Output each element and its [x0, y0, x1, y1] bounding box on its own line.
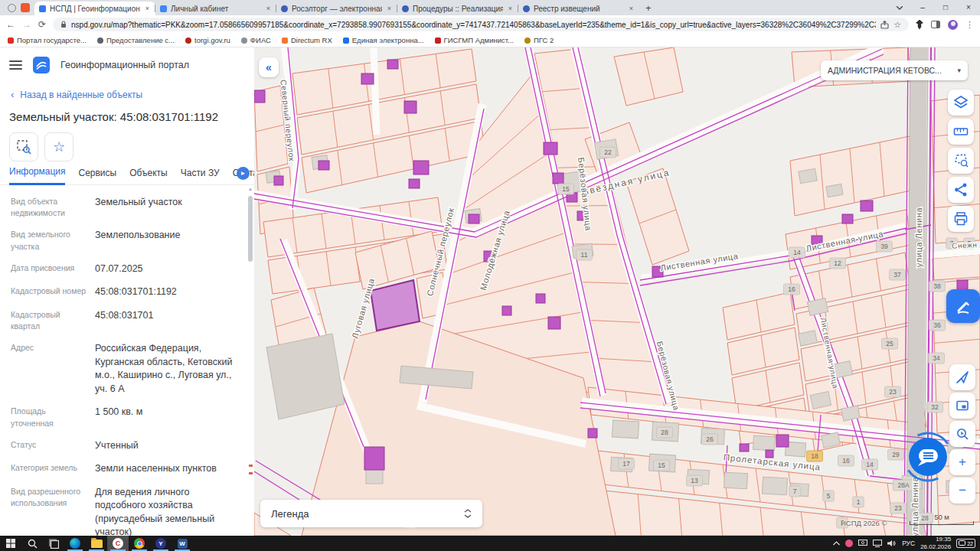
notification-center-icon[interactable]: 22	[956, 539, 975, 548]
sidebar-collapse-button[interactable]: «	[259, 57, 279, 77]
taskbar-yandex[interactable]: Y	[150, 536, 172, 551]
menu-icon[interactable]: ⋮	[965, 20, 974, 30]
sidebar-scrollbar[interactable]: ▲	[248, 190, 253, 534]
lot-number: 14	[866, 461, 874, 468]
scale-label: 50 м	[910, 513, 974, 521]
browser-profile-icon[interactable]	[8, 4, 16, 12]
bookmark-item[interactable]: Портал государсте...	[8, 36, 87, 44]
display-icon[interactable]	[858, 540, 867, 547]
forward-icon[interactable]: →	[22, 19, 31, 30]
geoportal-app: Геоинформационный портал ‹ Назад в найде…	[0, 47, 980, 536]
back-to-results-link[interactable]: ‹ Назад в найденные объекты	[0, 78, 254, 100]
taskbar-edge[interactable]	[64, 536, 86, 551]
feedback-draw-button[interactable]	[946, 289, 980, 323]
more-tabs-button[interactable]: ►	[237, 167, 250, 180]
tab-close-icon[interactable]: ×	[507, 5, 514, 12]
profile-avatar[interactable]	[948, 20, 958, 30]
share-map-button[interactable]	[948, 177, 974, 203]
map-canvas[interactable]: 2215111412393716252329161412328328261715…	[254, 47, 980, 536]
geolocation-button[interactable]	[949, 364, 975, 390]
maximize-button[interactable]: □	[934, 0, 957, 15]
tab-Части ЗУ[interactable]: Части ЗУ	[181, 168, 220, 184]
lot-number: 29	[892, 451, 900, 458]
bookmark-star-icon[interactable]: ☆	[893, 20, 901, 30]
tray-expand-icon[interactable]	[833, 541, 840, 546]
extension-pin-icon[interactable]	[916, 20, 923, 30]
taskbar-search-button[interactable]	[21, 536, 43, 551]
nspd-logo	[33, 57, 50, 73]
area-select-button[interactable]	[948, 148, 974, 174]
share-icon[interactable]	[880, 21, 889, 29]
browser-tab[interactable]: Реестр извещений ×	[518, 2, 639, 15]
layers-button[interactable]	[948, 90, 974, 116]
bookmark-item[interactable]: ПГС 2	[524, 36, 554, 44]
cadastral-map[interactable]: 2215111412393716252329161412328328261715…	[254, 47, 980, 536]
print-button[interactable]	[948, 206, 974, 232]
new-tab-button[interactable]: +	[639, 2, 658, 15]
url-field[interactable]: nspd.gov.ru/map?thematic=PKK&zoom=17.058…	[53, 18, 909, 31]
favorite-button[interactable]: ☆	[44, 132, 74, 161]
language-indicator[interactable]: РУС	[902, 540, 915, 547]
bookmark-item[interactable]: ФИАС	[241, 36, 271, 44]
field-value: 45:08:031701:1192	[95, 285, 237, 299]
reload-icon[interactable]: ⟳	[38, 19, 46, 30]
pinned-tab-icon[interactable]	[21, 3, 30, 12]
volume-icon[interactable]	[887, 540, 897, 547]
bookmark-item[interactable]: ГИСГМП Админист...	[435, 36, 514, 44]
start-button[interactable]	[0, 536, 21, 551]
building	[753, 435, 776, 450]
padlock-icon[interactable]	[60, 21, 67, 28]
lot-number: 37	[893, 271, 901, 279]
tab-Информация[interactable]: Информация	[9, 166, 65, 185]
browser-tab[interactable]: Росэлторг — электронная торг ×	[276, 2, 397, 15]
chat-widget[interactable]	[902, 431, 954, 483]
scrollbar-thumb[interactable]	[248, 196, 253, 262]
tab-close-icon[interactable]: ×	[144, 5, 151, 12]
taskbar-chrome[interactable]	[129, 536, 150, 551]
tray-date: 26.02.2026	[920, 543, 951, 551]
measure-button[interactable]	[948, 119, 974, 145]
bookmark-item[interactable]: Предоставление с...	[97, 36, 175, 44]
overview-map-button[interactable]	[949, 393, 975, 419]
field-label: Кадастровый номер	[11, 285, 87, 299]
legend-panel[interactable]: Легенда	[260, 500, 482, 527]
browser-tab[interactable]: Личный кабинет ×	[155, 2, 276, 15]
collapse-expand-icon	[464, 509, 472, 518]
task-view-button[interactable]	[43, 536, 64, 551]
clock[interactable]: 19:35 26.02.2026	[920, 536, 951, 550]
taskbar-app-active[interactable]: C	[107, 536, 129, 551]
bookmark-item[interactable]: Единая электронна...	[343, 36, 424, 44]
tab-Сервисы[interactable]: Сервисы	[78, 168, 116, 184]
bookmark-item[interactable]: torgi.gov.ru	[185, 36, 230, 44]
taskbar-word[interactable]: W	[172, 536, 193, 551]
select-on-map-button[interactable]	[9, 132, 38, 161]
browser-tab[interactable]: Процедуры :: Реализация госи ×	[397, 2, 518, 15]
field-label: Кадастровый квартал	[11, 309, 87, 332]
field-value: Земли населенных пунктов	[95, 462, 237, 476]
bookmarks-bar: Портал государсте...Предоставление с...t…	[0, 34, 980, 47]
window-controls: – □ ×	[888, 0, 980, 15]
hamburger-menu-icon[interactable]	[9, 60, 22, 70]
bookmark-item[interactable]: Directum RX	[282, 36, 332, 44]
close-button[interactable]: ×	[957, 0, 980, 15]
display2-icon[interactable]	[873, 540, 882, 547]
tray-app-icon[interactable]	[845, 540, 853, 547]
scroll-up-icon[interactable]: ▲	[248, 187, 253, 191]
building-purple	[740, 444, 749, 452]
field-row: Вид объекта недвижимостиЗемельный участо…	[11, 196, 237, 219]
account-selector[interactable]: АДМИНИСТРАЦИЯ КЕТОВС... ▾	[821, 60, 968, 80]
minimize-button[interactable]: –	[911, 0, 934, 15]
back-icon[interactable]: ←	[6, 19, 15, 30]
tab-close-icon[interactable]: ×	[265, 5, 272, 12]
taskbar-explorer[interactable]	[86, 536, 107, 551]
sidebar-tabs: ИнформацияСервисыОбъектыЧасти ЗУСостав►	[0, 161, 254, 185]
tab-Объекты[interactable]: Объекты	[129, 168, 168, 184]
tab-close-icon[interactable]: ×	[628, 5, 635, 12]
browser-tab[interactable]: НСПД | Геоинформационный п ×	[34, 2, 155, 15]
tab-close-icon[interactable]: ×	[386, 5, 393, 12]
url-text: nspd.gov.ru/map?thematic=PKK&zoom=17.058…	[71, 21, 876, 29]
tab-search-icon[interactable]	[888, 0, 911, 15]
side-panel-icon[interactable]	[931, 21, 940, 28]
tab-favicon	[160, 5, 167, 12]
field-row: Дата присвоения07.07.2025	[11, 262, 237, 276]
